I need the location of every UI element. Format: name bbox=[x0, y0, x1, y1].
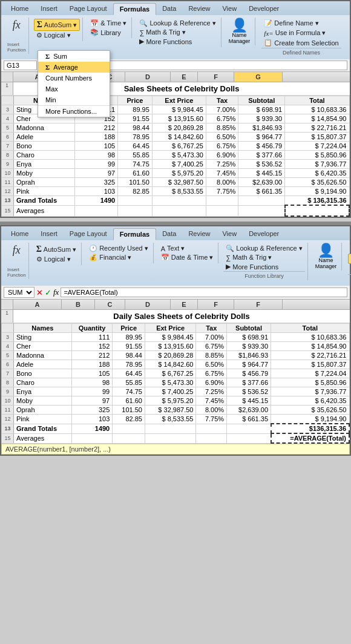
cell-name-b[interactable]: Charo bbox=[14, 378, 72, 387]
cell-tax[interactable]: 7.45% bbox=[206, 169, 238, 178]
create-from-selection-button-top[interactable]: 📋 Create from Selection bbox=[261, 38, 341, 47]
cell-ext[interactable]: $ 9,984.45 bbox=[152, 105, 206, 114]
cell-qty[interactable]: 188 bbox=[74, 133, 117, 142]
cell-ext-b[interactable]: $ 32,987.50 bbox=[145, 406, 196, 415]
cell-tax-b[interactable]: 6.75% bbox=[196, 342, 227, 351]
cell-sub-b[interactable]: $ 661.35 bbox=[227, 415, 271, 424]
cell-name[interactable]: Madonna bbox=[14, 123, 75, 133]
cell-tax-b[interactable]: 7.45% bbox=[196, 396, 227, 406]
cell-name-b[interactable]: Pink bbox=[14, 415, 72, 424]
cell-name-b[interactable]: Enya bbox=[14, 387, 72, 396]
cell-sub[interactable]: $ 964.77 bbox=[238, 133, 285, 142]
financial-button[interactable]: 💰 Financial ▾ bbox=[87, 253, 151, 262]
cell-name[interactable]: Oprah bbox=[14, 178, 75, 187]
avg-formula-cell[interactable]: =AVERAGE(Total) bbox=[271, 433, 349, 443]
cell-name[interactable]: Pink bbox=[14, 187, 75, 196]
cell-ext-b[interactable]: $ 5,975.20 bbox=[145, 396, 196, 406]
cell-qty-b[interactable]: 98 bbox=[71, 378, 113, 387]
cell-qty-b[interactable]: 97 bbox=[71, 396, 113, 406]
cell-tax[interactable]: 6.75% bbox=[206, 142, 238, 151]
cell-sub-b[interactable]: $ 698.91 bbox=[227, 333, 271, 342]
cell-ext-b[interactable]: $ 20,869.28 bbox=[145, 351, 196, 360]
cell-price-b[interactable]: 61.60 bbox=[113, 396, 145, 406]
cell-sub[interactable]: $ 536.52 bbox=[238, 160, 285, 169]
tab-pagelayout-bottom[interactable]: Page Layout bbox=[64, 228, 113, 240]
lookup-button-top[interactable]: 🔍 Lookup & Reference ▾ bbox=[137, 19, 218, 28]
cell-total[interactable]: $ 35,626.50 bbox=[285, 178, 349, 187]
formula-input-bottom[interactable] bbox=[61, 288, 347, 297]
cell-total-b[interactable]: $ 7,224.04 bbox=[271, 369, 349, 378]
cell-name[interactable]: Charo bbox=[14, 151, 75, 160]
cell-total-b[interactable]: $ 7,936.77 bbox=[271, 387, 349, 396]
cell-ext[interactable]: $ 32,987.50 bbox=[152, 178, 206, 187]
cell-total-b[interactable]: $ 35,626.50 bbox=[271, 406, 349, 415]
cell-total[interactable]: $ 22,716.21 bbox=[285, 123, 349, 133]
cell-ext[interactable]: $ 7,400.25 bbox=[152, 160, 206, 169]
cell-price-b[interactable]: 89.95 bbox=[113, 333, 145, 342]
cell-tax[interactable]: 6.90% bbox=[206, 151, 238, 160]
confirm-formula[interactable]: ✓ bbox=[45, 288, 51, 297]
morefunctions-button-bottom[interactable]: ▶ More Functions bbox=[223, 262, 304, 271]
cell-total[interactable]: $ 7,936.77 bbox=[285, 160, 349, 169]
tab-home-top[interactable]: Home bbox=[5, 3, 34, 15]
cell-ext[interactable]: $ 20,869.28 bbox=[152, 123, 206, 133]
cell-sub[interactable]: $ 939.30 bbox=[238, 114, 285, 123]
cell-qty-b[interactable]: 99 bbox=[71, 387, 113, 396]
cell-tax-b[interactable]: 6.90% bbox=[196, 378, 227, 387]
define-name-button-top[interactable]: 📝 Define Name ▾ bbox=[261, 19, 341, 28]
cell-ext-b[interactable]: $ 7,400.25 bbox=[145, 387, 196, 396]
mathtrig-button-top[interactable]: ∑ Math & Trig ▾ bbox=[137, 28, 218, 37]
cell-sub[interactable]: $ 661.35 bbox=[238, 187, 285, 196]
cell-price[interactable]: 101.50 bbox=[118, 178, 153, 187]
cell-tax[interactable]: 7.00% bbox=[206, 105, 238, 114]
name-box-top[interactable] bbox=[4, 61, 37, 70]
morefunctions-button-top[interactable]: ▶ More Functions bbox=[137, 37, 218, 46]
define-name-button-bottom[interactable]: 📝 Define Name ▾ bbox=[348, 244, 351, 253]
autosum-button-top[interactable]: Σ AutoSum ▾ bbox=[34, 19, 80, 31]
cell-name-b[interactable]: Adele bbox=[14, 360, 72, 369]
autosum-min[interactable]: Min bbox=[38, 94, 110, 105]
cell-price-b[interactable]: 82.85 bbox=[113, 415, 145, 424]
cell-qty-b[interactable]: 111 bbox=[71, 333, 113, 342]
cell-qty-b[interactable]: 152 bbox=[71, 342, 113, 351]
cell-price-b[interactable]: 55.85 bbox=[113, 378, 145, 387]
cell-total[interactable]: $ 5,850.96 bbox=[285, 151, 349, 160]
avg-total-cell[interactable] bbox=[285, 205, 349, 216]
tab-data-bottom[interactable]: Data bbox=[156, 228, 182, 240]
cell-qty[interactable]: 97 bbox=[74, 169, 117, 178]
cell-total[interactable]: $ 15,807.37 bbox=[285, 133, 349, 142]
cell-name[interactable]: Enya bbox=[14, 160, 75, 169]
tab-developer-top[interactable]: Developer bbox=[243, 3, 285, 15]
tab-view-top[interactable]: View bbox=[216, 3, 243, 15]
mathtrig-button-bottom[interactable]: ∑ Math & Trig ▾ bbox=[223, 253, 304, 262]
cell-qty-b[interactable]: 188 bbox=[71, 360, 113, 369]
cell-tax-b[interactable]: 7.00% bbox=[196, 333, 227, 342]
cell-name-b[interactable]: Cher bbox=[14, 342, 72, 351]
text-button[interactable]: A Text ▾ bbox=[159, 244, 216, 253]
library-button-top[interactable]: 📚 Library bbox=[88, 28, 129, 37]
cell-ext[interactable]: $ 6,767.25 bbox=[152, 142, 206, 151]
tab-formulas-top[interactable]: Formulas bbox=[113, 3, 157, 15]
lookup-button-bottom[interactable]: 🔍 Lookup & Reference ▾ bbox=[223, 244, 304, 253]
tab-data-top[interactable]: Data bbox=[156, 3, 182, 15]
cell-price-b[interactable]: 78.95 bbox=[113, 360, 145, 369]
cell-price[interactable]: 98.44 bbox=[118, 123, 153, 133]
cell-qty[interactable]: 103 bbox=[74, 187, 117, 196]
cell-qty[interactable]: 325 bbox=[74, 178, 117, 187]
autosum-sum[interactable]: Σ Sum bbox=[38, 51, 110, 62]
autosum-max[interactable]: Max bbox=[38, 84, 110, 94]
cell-total-b[interactable]: $ 15,807.37 bbox=[271, 360, 349, 369]
cell-ext[interactable]: $ 5,975.20 bbox=[152, 169, 206, 178]
tab-developer-bottom[interactable]: Developer bbox=[243, 228, 285, 240]
cell-ext-b[interactable]: $ 5,473.30 bbox=[145, 378, 196, 387]
cell-tax[interactable]: 8.85% bbox=[206, 123, 238, 133]
cell-name-b[interactable]: Bono bbox=[14, 369, 72, 378]
autosum-average[interactable]: Σ Average bbox=[38, 62, 110, 73]
cell-price[interactable]: 55.85 bbox=[118, 151, 153, 160]
cell-ext-b[interactable]: $ 9,984.45 bbox=[145, 333, 196, 342]
cell-name[interactable]: Moby bbox=[14, 169, 75, 178]
tab-review-bottom[interactable]: Review bbox=[182, 228, 216, 240]
cell-tax-b[interactable]: 7.25% bbox=[196, 387, 227, 396]
cell-sub-b[interactable]: $ 377.66 bbox=[227, 378, 271, 387]
cell-price-b[interactable]: 74.75 bbox=[113, 387, 145, 396]
